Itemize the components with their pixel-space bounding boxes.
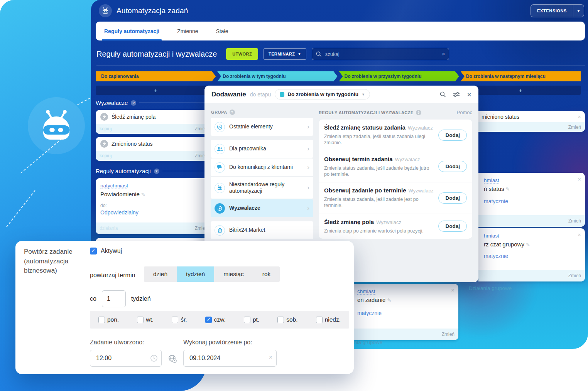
period-option-dzien[interactable]: dzień <box>144 266 177 282</box>
change-link[interactable]: Zmień <box>442 332 455 337</box>
modal-rules-list: Śledź zmianę statusu zadaniaWyzwalacz Zm… <box>319 120 472 239</box>
to-value-link[interactable]: Odpowiedzialny <box>100 209 207 216</box>
time-input[interactable] <box>95 354 148 362</box>
copy-link[interactable]: kopiuj <box>100 153 112 158</box>
pencil-icon[interactable]: ✎ <box>141 192 145 197</box>
close-icon[interactable]: × <box>578 231 581 238</box>
add-rule-button[interactable]: Dodaj <box>438 161 467 172</box>
pencil-icon[interactable]: ✎ <box>387 297 391 303</box>
search-icon[interactable] <box>439 91 446 98</box>
add-card-button[interactable]: + <box>461 86 581 95</box>
period-option-tydzien[interactable]: tydzień <box>177 266 214 282</box>
rule-action: rz czat grupowy✎ <box>484 241 580 248</box>
change-link[interactable]: Zmień <box>568 218 581 224</box>
create-button[interactable]: UTWÓRZ <box>226 48 258 60</box>
day-pt[interactable]: pt. <box>244 316 259 323</box>
rule-card-partial[interactable]: hmiast ń status✎ matycznie × Zmień <box>478 173 585 227</box>
add-rule-button[interactable]: Dodaj <box>438 221 467 232</box>
day-checkbox[interactable] <box>205 317 212 323</box>
rule-card-partial[interactable]: chmiast eń zadanie✎ matycznie × Zmień <box>353 284 458 340</box>
rules-section-header: Reguły automatyzacji ? <box>96 168 211 174</box>
group-item-niestandardowe[interactable]: Niestandardowe reguły automatyzacji › <box>211 177 313 199</box>
rule-row: Śledź zmianę polaWyzwalacz Zmienia etap … <box>319 214 472 239</box>
auto-link[interactable]: matycznie <box>484 198 580 204</box>
copy-link[interactable]: kopiuj <box>100 126 112 131</box>
actions-link[interactable]: działania <box>100 226 118 231</box>
clear-date-icon[interactable]: × <box>269 354 272 361</box>
when-link[interactable]: chmiast <box>357 288 375 295</box>
tab-stale[interactable]: Stałe <box>216 22 228 40</box>
pencil-icon[interactable]: ✎ <box>506 186 510 192</box>
help-icon[interactable]: ? <box>230 110 235 115</box>
group-item-market[interactable]: Bitrix24.Market <box>211 221 313 239</box>
day-checkbox[interactable] <box>277 317 284 323</box>
day-wt[interactable]: wt. <box>137 316 154 323</box>
every-value-input[interactable] <box>102 290 126 307</box>
column-header-nastepnym-miesiacu[interactable]: Do zrobienia w następnym miesiącu <box>461 71 581 81</box>
help-icon[interactable]: ? <box>131 100 136 106</box>
extensions-button[interactable]: EXTENSIONS ▼ <box>531 4 584 17</box>
help-link[interactable]: Pomoc <box>457 110 472 115</box>
day-checkbox[interactable] <box>172 317 178 323</box>
close-icon[interactable]: × <box>467 91 471 98</box>
group-item-wyzwalacze[interactable]: Wyzwalacze › <box>211 199 313 217</box>
tab-reguly-automatyzacji[interactable]: Reguły automatyzacji <box>104 22 159 40</box>
close-icon[interactable]: × <box>578 113 581 120</box>
day-czw[interactable]: czw. <box>205 316 226 323</box>
trigger-card-partial[interactable]: mieniono status × Zmień <box>478 111 585 132</box>
close-icon[interactable]: × <box>451 287 455 293</box>
day-checkbox[interactable] <box>244 317 250 323</box>
trigger-card[interactable]: Śledź zmianę pola kopiuj Zmień <box>96 110 211 134</box>
pencil-icon[interactable]: ✎ <box>526 242 530 248</box>
add-rule-button[interactable]: Dodaj <box>438 192 467 204</box>
auto-link[interactable]: matycznie <box>484 253 580 259</box>
day-checkbox[interactable] <box>316 317 323 323</box>
auto-link[interactable]: matycznie <box>357 310 453 316</box>
help-icon[interactable]: ? <box>416 110 421 115</box>
search-input[interactable] <box>324 51 437 57</box>
modal-title: Dodawanie <box>211 91 246 98</box>
stage-selector[interactable]: Do zrobienia w tym tygodniu ▼ <box>275 89 370 99</box>
add-rule-button[interactable]: Dodaj <box>438 130 467 141</box>
add-card-button[interactable]: + <box>96 86 216 95</box>
change-link[interactable]: Zmień <box>568 273 581 278</box>
when-link[interactable]: hmiast <box>484 177 499 184</box>
search-clear-icon[interactable]: × <box>442 51 445 57</box>
trigger-card[interactable]: Zmieniono status kopiuj Zmień <box>96 137 211 161</box>
day-checkbox[interactable] <box>137 317 144 323</box>
group-actions-link[interactable]: nia grupowe <box>354 339 383 345</box>
chevron-right-icon: › <box>307 145 309 153</box>
group-item-ostatnie-elementy[interactable]: Ostatnie elementy › <box>211 118 313 136</box>
schedule-button[interactable]: TERMINARZ ▼ <box>264 48 306 60</box>
date-input[interactable] <box>189 354 263 362</box>
column-header-przyszlym-tygodniu[interactable]: Do zrobienia w przyszłym tygodniu <box>339 71 459 81</box>
timezone-globe-icon[interactable] <box>168 354 177 365</box>
day-checkbox[interactable] <box>98 317 105 323</box>
period-option-rok[interactable]: rok <box>253 266 280 282</box>
day-pon[interactable]: pon. <box>98 316 119 323</box>
group-item-dla-pracownika[interactable]: Dla pracownika › <box>211 140 313 158</box>
column-header-do-zaplanowania[interactable]: Do zaplanowania <box>96 71 216 81</box>
close-icon[interactable]: × <box>578 176 581 182</box>
column-header-tym-tygodniu[interactable]: Do zrobienia w tym tygodniu <box>217 71 337 81</box>
tab-zmienne[interactable]: Zmienne <box>177 22 198 40</box>
chevron-down-icon[interactable]: ▼ <box>573 5 584 17</box>
activate-checkbox[interactable] <box>90 248 97 254</box>
period-option-miesiac[interactable]: miesiąc <box>214 266 253 282</box>
day-sob[interactable]: sob. <box>277 316 297 323</box>
weekday-bar: pon. wt. śr. czw. pt. sob. niedz. <box>90 311 349 329</box>
day-niedz[interactable]: niedz. <box>316 316 341 323</box>
clock-icon[interactable] <box>150 354 158 364</box>
when-link[interactable]: hmiast <box>484 233 499 239</box>
divider <box>139 103 211 103</box>
day-sr[interactable]: śr. <box>172 316 187 323</box>
modal-rules-header: REGUŁY AUTOMATYZACJI I WYZWALACZE ? Pomo… <box>319 110 472 115</box>
rule-card-partial[interactable]: hmiast rz czat grupowy✎ matycznie × Zmie… <box>478 228 585 281</box>
rule-card[interactable]: natychmiast Powiadomienie✎ do: Odpowiedz… <box>96 178 211 234</box>
change-link[interactable]: Zmień <box>568 125 581 130</box>
filter-sliders-icon[interactable] <box>453 91 460 98</box>
group-item-komunikacja[interactable]: Do komunikacji z klientami › <box>211 158 313 176</box>
group-actions-link[interactable]: Działania grupowe <box>469 285 512 291</box>
when-link[interactable]: natychmiast <box>100 183 128 189</box>
help-icon[interactable]: ? <box>154 169 159 174</box>
